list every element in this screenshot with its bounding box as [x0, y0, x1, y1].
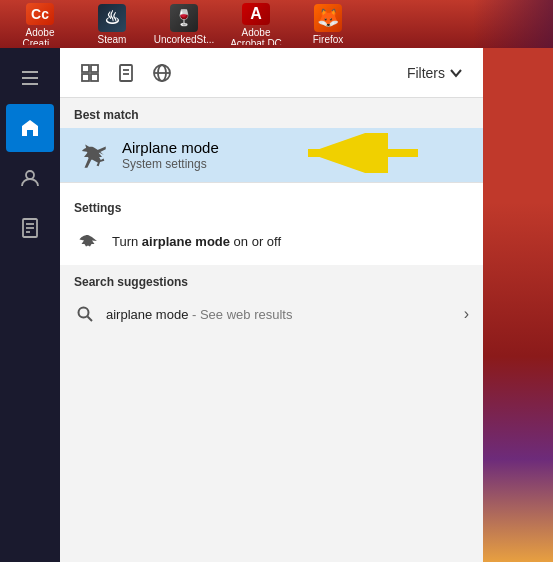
filters-button[interactable]: Filters: [399, 61, 471, 85]
settings-section: Settings Turn airplane mode on or off: [60, 182, 483, 265]
settings-item-airplane[interactable]: Turn airplane mode on or off: [60, 221, 483, 261]
app-icon-firefox[interactable]: 🦊 Firefox: [292, 3, 364, 45]
app-label-firefox: Firefox: [313, 34, 344, 45]
best-match-title: Airplane mode: [122, 139, 219, 156]
svg-rect-9: [91, 65, 98, 72]
best-match-item[interactable]: Airplane mode System settings: [60, 128, 483, 182]
sidebar-menu-button[interactable]: [6, 54, 54, 102]
suggestions-label: Search suggestions: [60, 265, 483, 295]
sidebar-item-home[interactable]: [6, 104, 54, 152]
best-match-text: Airplane mode System settings: [122, 139, 219, 171]
settings-text-suffix: on or off: [230, 234, 281, 249]
suggestion-query: airplane mode: [106, 307, 188, 322]
svg-rect-11: [91, 74, 98, 81]
svg-rect-10: [82, 74, 89, 81]
app-icon-uncorked[interactable]: 🍷 UncorkedSt...: [148, 3, 220, 45]
airplane-mode-icon: [74, 136, 112, 174]
acrobat-icon: A: [242, 3, 270, 25]
app-label-uncorked: UncorkedSt...: [154, 34, 215, 45]
svg-rect-12: [120, 65, 132, 81]
svg-point-3: [26, 171, 34, 179]
search-panel: Filters Best match Airplane mode System …: [60, 48, 483, 562]
main-row: Filters Best match Airplane mode System …: [0, 48, 553, 562]
yellow-arrow-annotation: [293, 133, 423, 177]
suggestion-text: airplane mode - See web results: [106, 307, 464, 322]
uncorked-icon: 🍷: [170, 4, 198, 32]
settings-label: Settings: [60, 191, 483, 221]
adobe-creative-icon: Cc: [26, 3, 54, 25]
settings-text-bold: airplane mode: [142, 234, 230, 249]
app-label-acrobat: AdobeAcrobat DC: [230, 27, 282, 45]
suggestion-chevron-icon: ›: [464, 305, 469, 323]
app-icon-adobe-creative[interactable]: Cc AdobeCreati...: [4, 3, 76, 45]
settings-text-prefix: Turn: [112, 234, 142, 249]
search-icon: [74, 303, 96, 325]
globe-button[interactable]: [144, 55, 180, 91]
right-background: [483, 48, 553, 562]
svg-line-21: [88, 317, 93, 322]
grid-view-button[interactable]: [72, 55, 108, 91]
steam-icon: ♨: [98, 4, 126, 32]
suggestion-web-results: - See web results: [188, 307, 292, 322]
firefox-icon: 🦊: [314, 4, 342, 32]
settings-airplane-icon: [74, 227, 102, 255]
suggestion-item-airplane[interactable]: airplane mode - See web results ›: [60, 295, 483, 333]
svg-point-20: [79, 308, 89, 318]
sidebar-item-profile[interactable]: [6, 154, 54, 202]
document-view-button[interactable]: [108, 55, 144, 91]
best-match-label: Best match: [60, 98, 483, 128]
panel-icon-bar: Filters: [60, 48, 483, 98]
app-label-adobe-creative: AdobeCreati...: [22, 27, 57, 45]
sidebar-item-documents[interactable]: [6, 204, 54, 252]
app-label-steam: Steam: [98, 34, 127, 45]
app-icon-steam[interactable]: ♨ Steam: [76, 3, 148, 45]
sidebar: [0, 48, 60, 562]
taskbar-top: Cc AdobeCreati... ♨ Steam 🍷 UncorkedSt..…: [0, 0, 553, 48]
settings-item-text: Turn airplane mode on or off: [112, 234, 281, 249]
filters-label: Filters: [407, 65, 445, 81]
svg-rect-8: [82, 65, 89, 72]
best-match-subtitle: System settings: [122, 157, 219, 171]
app-icon-acrobat[interactable]: A AdobeAcrobat DC: [220, 3, 292, 45]
